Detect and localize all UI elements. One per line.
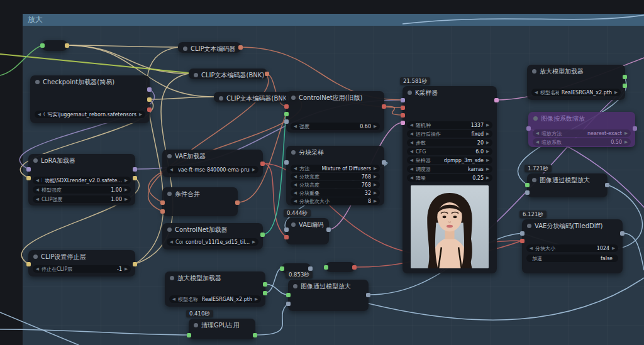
vae-loader-output-slot-0[interactable]: [260, 162, 265, 166]
reroute-top-output-slot-0[interactable]: [65, 43, 69, 48]
arrow-left-icon[interactable]: ◀: [410, 175, 413, 180]
collapse-dot-icon[interactable]: [532, 69, 536, 74]
arrow-right-icon[interactable]: ▶: [252, 239, 255, 244]
clip-text-encode-bnk-1-output-slot-0[interactable]: [265, 72, 269, 76]
upscale-model-loader-bottom-output-slot-0[interactable]: [263, 282, 267, 287]
ksampler-widget-1[interactable]: ◀运行后操作fixed▶: [407, 130, 492, 138]
arrow-left-icon[interactable]: ◀: [410, 149, 413, 154]
gpu-clean[interactable]: 清理GPU占用: [189, 319, 255, 339]
arrow-right-icon[interactable]: ▶: [374, 166, 377, 171]
lora-loader-output-slot-1[interactable]: [133, 176, 137, 180]
clip-text-encode-bnk-1[interactable]: CLIP文本编码器(BNK): [189, 68, 267, 79]
collapse-dot-icon[interactable]: [291, 150, 296, 155]
arrow-left-icon[interactable]: ◀: [535, 90, 538, 95]
collapse-dot-icon[interactable]: [183, 47, 187, 51]
arrow-right-icon[interactable]: ▶: [486, 167, 489, 172]
tiled-sampler-input-slot-0[interactable]: [284, 160, 289, 165]
arrow-right-icon[interactable]: ▶: [486, 140, 489, 145]
reroute-a-output-slot-0[interactable]: [308, 266, 313, 271]
collapse-dot-icon[interactable]: [527, 224, 531, 228]
arrow-left-icon[interactable]: ◀: [38, 112, 41, 117]
arrow-left-icon[interactable]: ◀: [36, 187, 39, 192]
image-upscale-with-model-right-input-slot-0[interactable]: [525, 183, 530, 187]
lora-loader-widget-2[interactable]: ◀CLIP强度1.00▶: [33, 195, 131, 203]
image-upscale-with-model-bottom-input-slot-1[interactable]: [286, 302, 291, 306]
arrow-left-icon[interactable]: ◀: [36, 266, 39, 271]
collapse-dot-icon[interactable]: [293, 284, 297, 288]
tiled-sampler-widget-2[interactable]: ◀分块高度768▶: [291, 181, 380, 189]
reroute-b-output-slot-0[interactable]: [352, 265, 357, 270]
arrow-right-icon[interactable]: ▶: [486, 131, 489, 136]
ksampler-input-slot-2[interactable]: [401, 113, 405, 118]
vae-tiled-encode-input-slot-0[interactable]: [520, 231, 525, 236]
collapse-dot-icon[interactable]: [33, 255, 38, 259]
conditioning-combine-input-slot-1[interactable]: [160, 209, 165, 214]
collapse-dot-icon[interactable]: [194, 323, 198, 327]
lora-loader-output-slot-0[interactable]: [133, 167, 137, 172]
collapse-dot-icon[interactable]: [33, 158, 38, 163]
arrow-left-icon[interactable]: ◀: [410, 167, 413, 172]
arrow-right-icon[interactable]: ▶: [125, 197, 128, 202]
vae-loader[interactable]: VAE加载器◀vae名称vae-ft-mse-840000-ema-pruned…: [162, 150, 263, 177]
arrow-left-icon[interactable]: ◀: [170, 167, 173, 172]
collapse-dot-icon[interactable]: [194, 73, 198, 77]
gpu-clean-input-slot-0[interactable]: [187, 333, 191, 337]
arrow-right-icon[interactable]: ▶: [612, 246, 615, 251]
clip-set-last-layer-widget-0[interactable]: ◀停止在CLIP层-1▶: [33, 265, 131, 273]
lora-loader-input-slot-1[interactable]: [26, 176, 31, 180]
ksampler-output-slot-0[interactable]: [494, 98, 499, 102]
lora-loader-widget-1[interactable]: ◀模型强度1.00▶: [33, 186, 131, 194]
arrow-left-icon[interactable]: ◀: [36, 178, 39, 183]
image-scale-by-input-slot-0[interactable]: [526, 126, 531, 131]
gpu-clean-output-slot-0[interactable]: [253, 333, 257, 337]
image-upscale-with-model-bottom[interactable]: 图像通过模型放大: [288, 280, 369, 311]
upscale-model-loader-bottom-widget-0[interactable]: ◀模型名称RealESRGAN_x2.pth▶: [169, 295, 261, 303]
vae-tiled-encode-output-slot-0[interactable]: [620, 231, 625, 236]
checkpoint-loader-output-slot-2[interactable]: [147, 107, 152, 112]
tiled-sampler-widget-0[interactable]: ◀方法Mixture of Diffusers▶: [291, 165, 380, 172]
arrow-right-icon[interactable]: ▶: [374, 124, 377, 129]
ksampler-widget-4[interactable]: ◀采样器dpmpp_3m_sde▶: [407, 156, 492, 164]
vae-encode[interactable]: VAE编码: [286, 218, 329, 244]
collapse-dot-icon[interactable]: [167, 154, 172, 158]
image-upscale-with-model-right-output-slot-0[interactable]: [605, 183, 609, 187]
arrow-right-icon[interactable]: ▶: [614, 90, 618, 95]
reroute-top[interactable]: [42, 40, 67, 51]
vae-tiled-encode[interactable]: VAE分块编码(TiledDiff)◀分块大小1024▶加速false: [522, 219, 623, 273]
tiled-sampler-output-slot-0[interactable]: [382, 160, 386, 165]
tiled-sampler-widget-4[interactable]: ◀分块批次大小8▶: [291, 197, 380, 205]
arrow-right-icon[interactable]: ▶: [625, 140, 628, 145]
ksampler-input-slot-1[interactable]: [401, 106, 405, 110]
image-scale-by-widget-1[interactable]: ◀缩放系数0.50▶: [533, 138, 631, 146]
tiled-sampler-widget-1[interactable]: ◀分块宽度768▶: [291, 173, 380, 180]
clip-set-last-layer-output-slot-0[interactable]: [133, 262, 137, 266]
reroute-a-input-slot-0[interactable]: [280, 266, 284, 271]
controlnet-apply-widget-0[interactable]: ◀强度0.60▶: [291, 123, 380, 130]
arrow-left-icon[interactable]: ◀: [410, 131, 413, 136]
arrow-left-icon[interactable]: ◀: [530, 246, 533, 251]
collapse-dot-icon[interactable]: [408, 90, 412, 95]
controlnet-apply-output-slot-0[interactable]: [382, 104, 386, 109]
vae-encode-input-slot-0[interactable]: [284, 227, 289, 232]
upscale-model-loader-bottom[interactable]: 放大模型加载器◀模型名称RealESRGAN_x2.pth▶: [165, 271, 265, 307]
tiled-sampler-widget-3[interactable]: ◀分块重叠32▶: [291, 189, 380, 197]
arrow-left-icon[interactable]: ◀: [170, 239, 173, 244]
ksampler-input-slot-0[interactable]: [401, 98, 405, 102]
upscale-model-loader-right-output-slot-1[interactable]: [623, 84, 627, 88]
vae-encode-output-slot-0[interactable]: [326, 227, 331, 232]
checkpoint-loader[interactable]: Checkpoint加载器(简易)◀Checkpoint名称写实\juggern…: [30, 75, 150, 123]
ksampler-widget-3[interactable]: ◀CFG6.0▶: [407, 148, 492, 155]
collapse-dot-icon[interactable]: [167, 227, 172, 232]
arrow-right-icon[interactable]: ▶: [125, 187, 128, 192]
controlnet-apply-input-slot-0[interactable]: [284, 104, 289, 109]
arrow-right-icon[interactable]: ▶: [374, 182, 377, 187]
image-upscale-with-model-bottom-input-slot-0[interactable]: [286, 293, 291, 297]
image-scale-by[interactable]: 图像按系数缩放◀缩放方法nearest-exact▶◀缩放系数0.50▶: [528, 112, 635, 147]
arrow-right-icon[interactable]: ▶: [625, 131, 628, 136]
collapse-dot-icon[interactable]: [35, 80, 40, 84]
controlnet-apply-input-slot-2[interactable]: [284, 119, 289, 124]
clip-set-last-layer-input-slot-0[interactable]: [26, 262, 31, 266]
ksampler-widget-0[interactable]: ◀随机种1337▶: [407, 121, 492, 129]
arrow-right-icon[interactable]: ▶: [486, 158, 489, 163]
group-header[interactable]: 放大: [23, 14, 644, 26]
